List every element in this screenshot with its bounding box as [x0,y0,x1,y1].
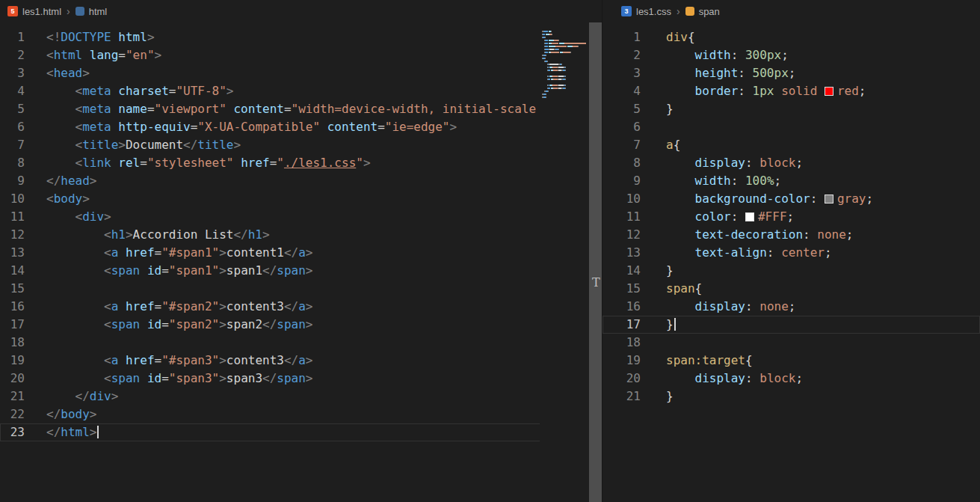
code-line[interactable]: 20 <span id="span3">span3</span> [0,370,589,388]
code-token: text-decoration [695,227,804,242]
code-line[interactable]: 9</head> [0,172,589,190]
code-line[interactable]: 23</html> [0,423,589,441]
color-swatch[interactable] [825,195,833,203]
code-line[interactable]: 10<body> [0,190,589,208]
breadcrumb-file-css[interactable]: les1.css [636,6,671,17]
code-line[interactable]: 6 <meta http-equiv="X-UA-Compatible" con… [0,118,589,136]
code-line[interactable]: 8 <link rel="stylesheet" href="./les1.cs… [0,154,589,172]
line-number: 8 [603,154,641,172]
code-token: head [61,174,90,188]
code-line[interactable]: 16 display: none; [603,298,980,316]
code-token: = [161,317,169,331]
code-line[interactable]: 3<head> [0,64,589,82]
code-line[interactable]: 5} [603,100,980,118]
code-token: "#span3" [161,353,219,367]
code-line[interactable]: 19 <a href="#span3">content3</a> [0,352,589,370]
code-line[interactable]: 11 <div> [0,208,589,226]
code-token: > [226,84,234,98]
code-token: } [666,389,674,403]
code-line[interactable]: 13 text-align: center; [603,244,980,262]
minimap-segment [549,49,555,50]
minimap[interactable] [540,28,589,502]
color-swatch[interactable] [745,212,754,221]
breadcrumb-symbol-html[interactable]: html [89,6,108,17]
code-token: = [377,120,385,134]
code-line[interactable]: 1<!DOCTYPE html> [0,28,589,46]
code-token [320,120,327,134]
code-token: ; [859,84,866,98]
editor-html[interactable]: 1<!DOCTYPE html>2<html lang="en">3<head>… [0,22,589,502]
minimap-line [542,88,589,89]
code-token: ; [846,227,854,242]
minimap-segment [565,70,566,71]
code-text: display: block; [641,154,980,172]
code-line[interactable]: 4 border: 1px solid red; [603,82,980,100]
code-token: > [450,120,457,134]
code-line[interactable]: 16 <a href="#span2">content3</a> [0,298,589,316]
code-line[interactable]: 15 [0,280,589,298]
code-token [46,245,104,260]
code-line[interactable]: 21} [603,388,980,405]
code-line[interactable]: 5 <meta name="viewport" content="width=d… [0,100,589,118]
code-token [111,84,119,98]
line-number: 3 [603,64,641,82]
code-token: : [810,192,818,206]
code-token: > [219,317,226,331]
code-text: color: #FFF; [641,208,980,226]
code-token [140,317,147,331]
code-line[interactable]: 11 color: #FFF; [603,208,980,226]
code-line[interactable]: 18 [0,334,589,352]
minimap-segment [565,67,566,68]
minimap-segment [552,34,552,35]
code-line[interactable]: 20 display: block; [603,370,980,388]
minimap-segment [546,94,546,95]
minimap-line [542,43,589,44]
code-line[interactable]: 21 </div> [0,388,589,405]
minimap-segment [542,76,547,77]
code-token: ; [789,299,796,313]
code-line[interactable]: 12 text-decoration: none; [603,226,980,244]
color-swatch[interactable] [825,87,833,96]
code-line[interactable]: 10 background-color: gray; [603,190,980,208]
code-line[interactable]: 17} [603,316,980,334]
line-number: 11 [603,208,641,226]
minimap-segment [542,64,547,65]
code-line[interactable]: 14 <span id="span1">span1</span> [0,262,589,280]
code-line[interactable]: 8 display: block; [603,154,980,172]
code-token: "width=device-width, initial-scale [292,102,537,116]
code-line[interactable]: 9 width: 100%; [603,172,980,190]
breadcrumb-symbol-css[interactable]: span [699,6,720,17]
code-line[interactable]: 7 <title>Document</title> [0,136,589,154]
code-token: = [155,353,162,367]
code-token: > [219,245,226,260]
code-line[interactable]: 6 [603,118,980,136]
code-line[interactable]: 17 <span id="span2">span2</span> [0,316,589,334]
code-line[interactable]: 4 <meta charset="UTF-8"> [0,82,589,100]
editor-css[interactable]: 1div{2 width: 300px;3 height: 500px;4 bo… [603,22,980,502]
html5-file-icon: 5 [7,6,18,16]
code-line[interactable]: 19span:target{ [603,352,980,370]
breadcrumb-file-html[interactable]: les1.html [22,6,61,17]
code-line[interactable]: 7a{ [603,136,980,154]
code-line[interactable]: 2 width: 300px; [603,46,980,64]
vertical-scrollbar[interactable]: T [589,22,602,502]
code-token: "X-UA-Compatible" [197,120,320,134]
code-line[interactable]: 18 [603,334,980,352]
code-line[interactable]: 14} [603,262,980,280]
code-line[interactable]: 1div{ [603,28,980,46]
code-token: color [695,209,731,224]
code-line[interactable]: 15span{ [603,280,980,298]
code-line[interactable]: 2<html lang="en"> [0,46,589,64]
code-token: " [277,156,284,170]
code-line[interactable]: 13 <a href="#span1">content1</a> [0,244,589,262]
minimap-segment [565,79,566,80]
code-token: : [745,299,753,313]
code-line[interactable]: 12 <h1>Accordion List</h1> [0,226,589,244]
minimap-segment [558,76,564,77]
code-token: span [277,317,306,331]
code-text: <head> [25,64,589,82]
code-line[interactable]: 22</body> [0,405,589,423]
code-line[interactable]: 3 height: 500px; [603,64,980,82]
line-number: 4 [603,82,641,100]
code-token: link [82,156,111,170]
